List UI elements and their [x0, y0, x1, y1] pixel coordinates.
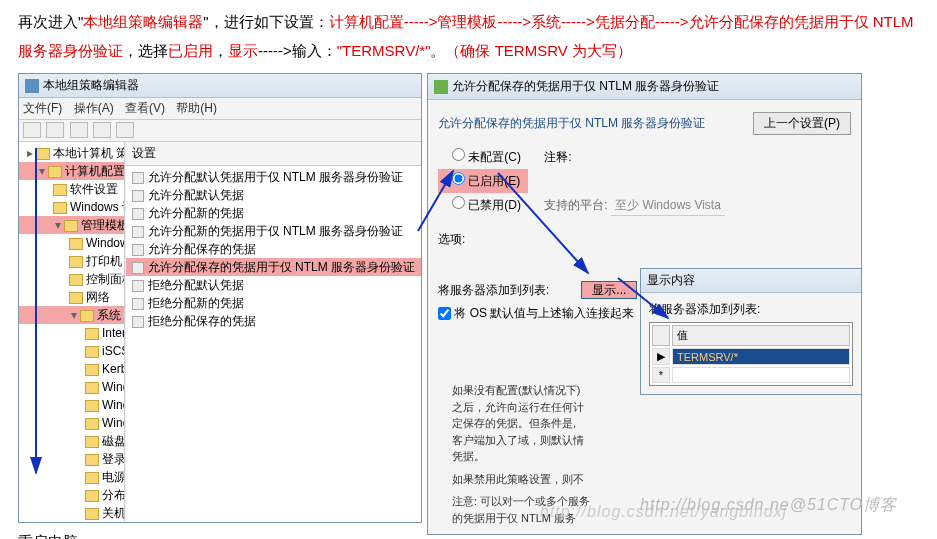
svg-line-2 [498, 173, 588, 273]
svg-line-1 [418, 171, 453, 231]
svg-line-3 [618, 278, 668, 318]
instruction-text: 再次进入"本地组策略编辑器"，进行如下设置：计算机配置----->管理模板---… [0, 0, 937, 73]
annotation-arrows [18, 73, 918, 523]
